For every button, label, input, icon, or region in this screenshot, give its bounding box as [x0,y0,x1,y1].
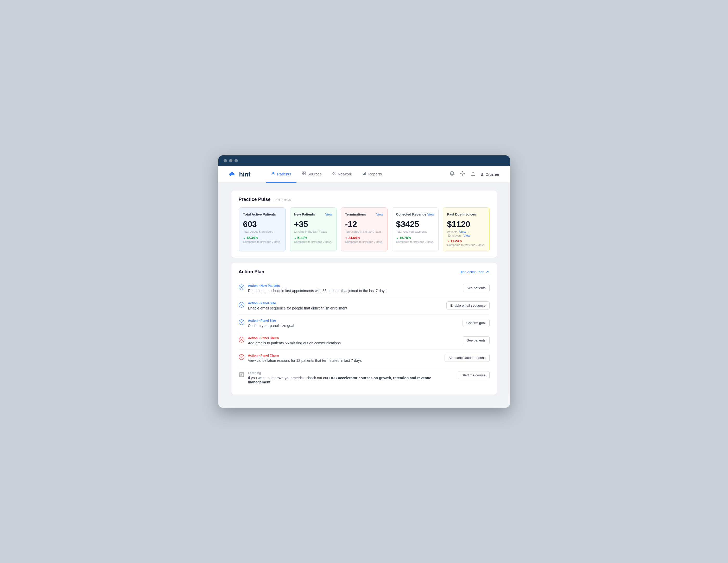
action-btn-panel-churn-cancellations[interactable]: See cancelation reasons [445,354,489,362]
action-content-new-patients: Action • New Patients Reach out to sched… [248,284,459,293]
svg-rect-6 [364,173,365,175]
metric-change-label-collected-revenue: Compared to previous 7 days [396,240,434,243]
past-due-patients-link[interactable]: View [459,230,466,234]
action-btn-panel-size-goal[interactable]: Confirm goal [463,319,490,327]
tab-sources[interactable]: Sources [296,166,327,183]
action-content-panel-churn-cancellations: Action • Panel Churn View cancellation r… [248,354,441,363]
metric-desc-terminations: Terminated in the last 7 days [345,230,383,233]
svg-rect-1 [302,172,303,173]
metric-change-terminations: 24.64% [345,236,383,240]
metric-past-due: Past Due Invoices $1120 Patients View • … [443,207,490,251]
metric-value-past-due: $1120 [447,219,485,229]
action-tag-panel-size-email: Action • Panel Size [248,301,443,305]
metric-desc-collected-revenue: Total received payments [396,230,434,233]
action-icon-panel-size-goal [239,319,244,325]
tab-patients-label: Patients [277,172,291,176]
action-tag-panel-churn-cancellations: Action • Panel Churn [248,354,441,357]
action-tag-panel-churn-emails: Action • Panel Churn [248,336,459,340]
metric-header-past-due: Past Due Invoices [447,212,485,216]
action-icon-learning [239,372,244,377]
action-content-panel-size-goal: Action • Panel Size Confirm your panel s… [248,319,459,328]
metric-desc-total-active: Total across 5 providers [243,230,281,233]
metric-change-collected-revenue: 15.78% [396,236,434,240]
action-item-panel-size-email: Action • Panel Size Enable email sequenc… [239,297,490,315]
metric-new-patients: New Patients View +35 Enrolled in the la… [290,207,337,251]
logo-icon [229,171,237,178]
metric-value-terminations: -12 [345,219,383,229]
metric-value-new-patients: +35 [294,219,332,229]
tab-network[interactable]: Network [327,166,357,183]
arrow-down-past-due [447,239,450,243]
logo: hint [229,171,251,178]
action-btn-new-patients[interactable]: See patients [463,284,489,292]
metric-link-new-patients[interactable]: View [325,213,332,216]
action-tag-new-patients: Action • New Patients [248,284,459,288]
pulse-title: Practice Pulse [239,197,271,202]
tab-patients[interactable]: Patients [266,166,296,183]
arrow-up-new-patients [294,236,296,240]
metric-change-new-patients: 5.11% [294,236,332,240]
metric-value-collected-revenue: $3425 [396,219,434,229]
browser-dot-2 [229,159,232,162]
tab-network-label: Network [338,172,352,176]
metric-change-label-terminations: Compared to previous 7 days [345,240,383,243]
tab-reports-label: Reports [368,172,382,176]
upload-button[interactable] [470,171,476,178]
svg-rect-5 [363,174,364,175]
arrow-up-collected-revenue [396,236,398,240]
metric-link-collected-revenue[interactable]: View [427,213,434,216]
nav-tabs: Patients Sources Network [266,166,439,183]
metric-change-label-new-patients: Compared to previous 7 days [294,240,332,243]
action-tag-learning: Learning [248,371,454,375]
network-icon [332,171,336,176]
notification-button[interactable] [450,171,455,178]
metric-title-past-due: Past Due Invoices [447,212,476,216]
metric-title-new-patients: New Patients [294,212,315,216]
action-content-panel-churn-emails: Action • Panel Churn Add emails to patie… [248,336,459,345]
metric-employers-row: Patients View • Employers View [447,230,485,237]
action-desc-new-patients: Reach out to schedule first appointments… [248,289,459,293]
action-btn-panel-churn-emails[interactable]: See patients [463,336,489,344]
metric-header-collected-revenue: Collected Revenue View [396,212,434,216]
svg-rect-7 [365,172,366,175]
tab-reports[interactable]: Reports [357,166,387,183]
browser-dot-1 [224,159,227,162]
patients-icon [271,171,275,176]
metric-title-terminations: Terminations [345,212,366,216]
arrow-up-total-active [243,236,245,240]
sources-icon [302,171,306,176]
metric-desc-new-patients: Enrolled in the last 7 days [294,230,332,233]
metric-header-total-active: Total Active Patients [243,212,281,216]
action-content-panel-size-email: Action • Panel Size Enable email sequenc… [248,301,443,310]
hide-action-plan-button[interactable]: Hide Action Plan [459,270,489,274]
reports-icon [363,171,367,176]
metric-change-label-past-due: Compared to previous 7 days [447,243,485,246]
metric-change-label-total-active: Compared to previous 7 days [243,240,281,243]
user-name: B. Crusher [481,172,499,176]
action-btn-panel-size-email[interactable]: Enable email sequence [446,301,489,309]
browser-dot-3 [235,159,238,162]
tab-sources-label: Sources [307,172,322,176]
action-btn-learning[interactable]: Start the course [458,371,490,379]
action-plan-title: Action Plan [239,269,264,275]
action-item-new-patients: Action • New Patients Reach out to sched… [239,280,490,297]
logo-text: hint [239,171,251,178]
action-item-panel-churn-cancellations: Action • Panel Churn View cancellation r… [239,350,490,367]
action-desc-panel-churn-emails: Add emails to patients 56 missing out on… [248,341,459,345]
action-content-learning: Learning If you want to improve your met… [248,371,454,384]
browser-titlebar [218,155,510,166]
action-desc-panel-churn-cancellations: View cancellation reasons for 12 patient… [248,358,441,363]
action-desc-learning: If you want to improve your metrics, che… [248,376,454,384]
action-desc-panel-size-email: Enable email sequence for people that di… [248,306,443,310]
metric-total-active: Total Active Patients 603 Total across 5… [239,207,286,251]
settings-button[interactable] [460,171,465,178]
metric-change-past-due: 11.24% [447,239,485,243]
action-icon-panel-churn-cancellations [239,354,244,360]
metrics-grid: Total Active Patients 603 Total across 5… [239,207,490,251]
svg-rect-2 [304,172,305,173]
past-due-employers-link[interactable]: View [464,234,470,237]
action-item-panel-size-goal: Action • Panel Size Confirm your panel s… [239,315,490,332]
metric-header-new-patients: New Patients View [294,212,332,216]
metric-link-terminations[interactable]: View [376,213,383,216]
action-icon-panel-size-email [239,302,244,308]
